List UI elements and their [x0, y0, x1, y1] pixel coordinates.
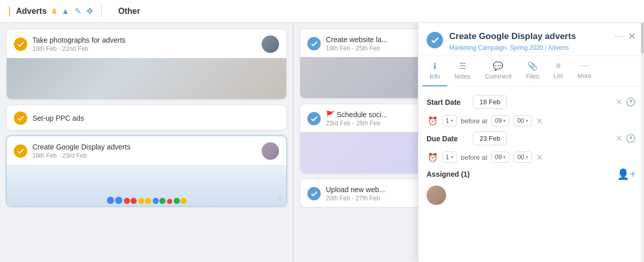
list-icon: ≡ — [556, 61, 560, 70]
reminder1-hour-arrow: ▾ — [503, 118, 506, 123]
task-title-ppc: Set-up PPC ads — [32, 114, 279, 122]
clear-due-date-btn[interactable]: ✕ — [616, 134, 622, 143]
tab-info[interactable]: ℹ Info — [422, 56, 447, 86]
reminder2-before-text: before at — [461, 154, 487, 161]
check-circle-upload[interactable] — [307, 187, 321, 200]
reminder2-hour-arrow: ▾ — [503, 155, 506, 160]
check-circle-ppc[interactable] — [14, 111, 27, 125]
task-title-photographs: Take photographs for adverts — [32, 36, 256, 44]
edit-icon[interactable]: ✎ — [75, 6, 81, 16]
start-date-label: Start Date — [427, 98, 468, 106]
due-date-chip[interactable]: 23 Feb — [473, 132, 507, 145]
other-title: Other — [118, 7, 140, 16]
task-title-google: Create Google Display adverts — [32, 143, 256, 151]
detail-breadcrumb[interactable]: Marketing Campaign- Spring 2020 / Advert… — [449, 44, 609, 51]
tab-comment[interactable]: 💬 Comment — [477, 56, 519, 86]
start-reminder-row: ⏰ 1 ▾ before at 09 ▾ 00 ▾ ✕ — [427, 115, 636, 126]
expand-icon[interactable]: ▽ — [278, 88, 282, 95]
adverts-count: 4 — [52, 7, 56, 15]
up-arrow-icon[interactable]: ▲ — [61, 7, 69, 16]
tab-files-label: Files — [526, 73, 539, 80]
start-date-row: Start Date 18 Feb ✕ 🕐 — [427, 95, 636, 109]
comment-icon: 💬 — [493, 61, 503, 71]
more-options-icon[interactable]: ··· — [615, 31, 624, 42]
tab-list-label: List — [554, 72, 563, 80]
close-button[interactable]: ✕ — [628, 32, 636, 41]
tab-more-label: More — [577, 72, 591, 80]
reminder1-days-value: 1 — [446, 117, 449, 124]
task-card-google[interactable]: Create Google Display adverts 18th Feb -… — [6, 136, 287, 207]
reminder2-days-value: 1 — [446, 154, 449, 161]
vertical-bar-left: | — [8, 5, 11, 17]
add-assignee-button[interactable]: 👤+ — [617, 168, 636, 180]
tab-more[interactable]: ··· More — [570, 56, 598, 86]
tab-notes[interactable]: ☰ Notes — [447, 56, 477, 86]
reminder1-days-select[interactable]: 1 ▾ — [442, 115, 457, 126]
reminder1-days-arrow: ▾ — [451, 118, 453, 123]
flag-icon-social: 🚩 — [326, 110, 335, 119]
check-circle-social[interactable] — [307, 112, 321, 125]
more-tab-icon: ··· — [580, 61, 588, 70]
top-bar: | Adverts 4 ▲ ✎ ✥ Other — [0, 0, 644, 23]
reminder2-hour-select[interactable]: 09 ▾ — [491, 152, 509, 163]
reminder1-before-text: before at — [461, 117, 487, 125]
scrollbar-track[interactable] — [641, 23, 644, 262]
detail-body: Start Date 18 Feb ✕ 🕐 ⏰ 1 ▾ before at 09… — [418, 87, 644, 262]
tab-comment-label: Comment — [485, 73, 511, 80]
assigned-section: Assigned (1) 👤+ — [427, 168, 636, 180]
card-image-google: ▽ — [7, 165, 286, 206]
due-date-clock-icon[interactable]: 🕐 — [625, 134, 636, 143]
info-icon: ℹ — [433, 61, 436, 71]
detail-title: Create Google Display adverts — [449, 31, 609, 42]
start-date-chip[interactable]: 18 Feb — [473, 95, 507, 109]
tab-notes-label: Notes — [454, 73, 470, 80]
alarm-icon-start: ⏰ — [428, 116, 438, 126]
reminder2-min-arrow: ▾ — [526, 155, 528, 160]
reminder2-min-select[interactable]: 00 ▾ — [513, 152, 531, 163]
adverts-column: Take photographs for adverts 16th Feb - … — [0, 23, 293, 262]
reminder2-hour-value: 09 — [495, 154, 502, 161]
reminder2-days-arrow: ▾ — [451, 155, 453, 160]
start-date-clock-icon[interactable]: 🕐 — [625, 97, 636, 107]
clear-reminder2-btn[interactable]: ✕ — [536, 153, 543, 162]
assigned-label: Assigned (1) — [427, 170, 470, 178]
detail-header: Create Google Display adverts Marketing … — [418, 23, 644, 56]
due-date-label: Due Date — [427, 135, 468, 143]
reminder1-min-value: 00 — [517, 117, 524, 124]
reminder2-min-value: 00 — [517, 154, 524, 161]
reminder1-hour-value: 09 — [495, 117, 502, 124]
task-date-google: 18th Feb - 23rd Feb — [32, 152, 256, 159]
reminder1-min-select[interactable]: 00 ▾ — [513, 115, 531, 126]
detail-panel: Create Google Display adverts Marketing … — [418, 23, 644, 262]
notes-icon: ☰ — [459, 61, 466, 71]
move-icon[interactable]: ✥ — [86, 6, 93, 16]
task-title-social: Schedule soci... — [337, 110, 388, 119]
tab-list[interactable]: ≡ List — [546, 56, 571, 86]
expand-icon-google[interactable]: ▽ — [278, 195, 282, 202]
assignee-avatar — [427, 185, 446, 205]
reminder2-days-select[interactable]: 1 ▾ — [442, 152, 457, 163]
due-date-row: Due Date 23 Feb ✕ 🕐 — [427, 132, 636, 145]
tab-info-label: Info — [430, 73, 440, 80]
avatar-google — [262, 142, 279, 160]
check-circle-photographs[interactable] — [14, 38, 27, 51]
adverts-title: Adverts — [16, 7, 47, 16]
reminder1-hour-select[interactable]: 09 ▾ — [491, 115, 509, 126]
card-image-photographs: ▽ — [7, 58, 286, 99]
scrollbar-thumb[interactable] — [641, 23, 644, 53]
clear-start-date-btn[interactable]: ✕ — [616, 97, 622, 107]
reminder1-min-arrow: ▾ — [526, 118, 528, 123]
detail-check-circle[interactable] — [427, 32, 443, 48]
main-content: Take photographs for adverts 16th Feb - … — [0, 23, 644, 262]
clear-reminder1-btn[interactable]: ✕ — [536, 116, 543, 126]
check-circle-website[interactable] — [307, 37, 321, 50]
top-bar-divider — [101, 5, 102, 17]
detail-tabs: ℹ Info ☰ Notes 💬 Comment 📎 Files ≡ List … — [418, 56, 644, 87]
task-card-ppc[interactable]: Set-up PPC ads — [6, 105, 287, 130]
due-reminder-row: ⏰ 1 ▾ before at 09 ▾ 00 ▾ ✕ — [427, 152, 636, 163]
alarm-icon-due: ⏰ — [428, 153, 438, 162]
task-card-photographs[interactable]: Take photographs for adverts 16th Feb - … — [6, 29, 287, 100]
task-date-photographs: 16th Feb - 22nd Feb — [32, 45, 256, 52]
tab-files[interactable]: 📎 Files — [519, 56, 546, 86]
check-circle-google[interactable] — [14, 144, 27, 158]
